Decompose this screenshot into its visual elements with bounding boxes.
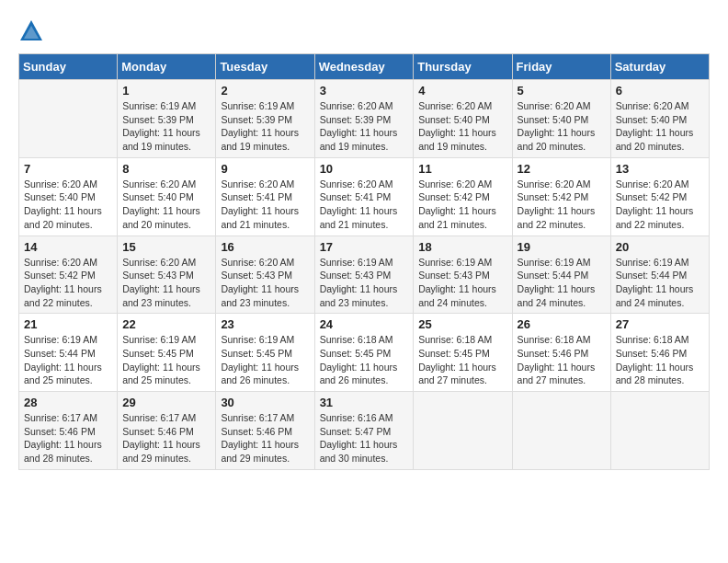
day-number: 20 [616,240,704,254]
day-info: Sunrise: 6:17 AMSunset: 5:46 PMDaylight:… [221,411,309,465]
calendar-cell: 19Sunrise: 6:19 AMSunset: 5:44 PMDayligh… [512,236,610,314]
day-number: 10 [320,162,409,176]
day-info: Sunrise: 6:20 AMSunset: 5:40 PMDaylight:… [122,178,210,232]
calendar-body: 1Sunrise: 6:19 AMSunset: 5:39 PMDaylight… [19,80,710,470]
day-info: Sunrise: 6:19 AMSunset: 5:44 PMDaylight:… [616,256,704,310]
day-number: 8 [122,162,210,176]
calendar-cell: 18Sunrise: 6:19 AMSunset: 5:43 PMDayligh… [414,236,512,314]
day-number: 26 [518,317,606,331]
calendar-cell: 20Sunrise: 6:19 AMSunset: 5:44 PMDayligh… [610,236,709,314]
calendar-cell: 25Sunrise: 6:18 AMSunset: 5:45 PMDayligh… [414,314,512,392]
calendar-cell: 17Sunrise: 6:19 AMSunset: 5:43 PMDayligh… [314,236,414,314]
day-info: Sunrise: 6:19 AMSunset: 5:39 PMDaylight:… [221,99,309,154]
day-info: Sunrise: 6:19 AMSunset: 5:44 PMDaylight:… [518,256,606,310]
day-info: Sunrise: 6:20 AMSunset: 5:40 PMDaylight:… [24,178,112,232]
day-of-week-header: Monday [118,54,216,80]
calendar-cell [512,392,610,470]
calendar-cell [19,80,118,158]
day-info: Sunrise: 6:19 AMSunset: 5:43 PMDaylight:… [320,256,409,310]
calendar-cell: 4Sunrise: 6:20 AMSunset: 5:40 PMDaylight… [414,80,512,158]
day-info: Sunrise: 6:20 AMSunset: 5:40 PMDaylight:… [518,99,606,154]
calendar-cell: 26Sunrise: 6:18 AMSunset: 5:46 PMDayligh… [512,314,610,392]
day-of-week-header: Tuesday [216,54,314,80]
day-number: 2 [221,84,309,98]
day-number: 16 [221,240,309,254]
day-info: Sunrise: 6:19 AMSunset: 5:45 PMDaylight:… [221,333,309,387]
calendar-header: SundayMondayTuesdayWednesdayThursdayFrid… [19,54,710,80]
day-info: Sunrise: 6:20 AMSunset: 5:41 PMDaylight:… [221,178,309,232]
calendar-table: SundayMondayTuesdayWednesdayThursdayFrid… [18,53,710,470]
day-number: 21 [24,317,112,331]
calendar-cell [610,392,709,470]
day-number: 22 [122,317,210,331]
day-number: 3 [320,84,409,98]
day-number: 24 [320,317,409,331]
calendar-cell: 14Sunrise: 6:20 AMSunset: 5:42 PMDayligh… [19,236,118,314]
calendar-cell: 16Sunrise: 6:20 AMSunset: 5:43 PMDayligh… [216,236,314,314]
day-number: 11 [418,162,506,176]
day-number: 13 [616,162,704,176]
day-info: Sunrise: 6:19 AMSunset: 5:45 PMDaylight:… [122,333,210,387]
day-number: 29 [122,396,210,409]
calendar-cell: 1Sunrise: 6:19 AMSunset: 5:39 PMDaylight… [118,80,216,158]
day-info: Sunrise: 6:18 AMSunset: 5:46 PMDaylight:… [518,333,606,387]
day-number: 27 [616,317,704,331]
calendar-week-row: 14Sunrise: 6:20 AMSunset: 5:42 PMDayligh… [19,236,710,314]
day-of-week-header: Thursday [414,54,512,80]
day-info: Sunrise: 6:20 AMSunset: 5:42 PMDaylight:… [518,178,606,232]
day-info: Sunrise: 6:18 AMSunset: 5:45 PMDaylight:… [320,333,409,387]
day-info: Sunrise: 6:20 AMSunset: 5:42 PMDaylight:… [616,178,704,232]
day-number: 1 [122,84,210,98]
calendar-cell: 3Sunrise: 6:20 AMSunset: 5:39 PMDaylight… [314,80,414,158]
day-of-week-header: Sunday [19,54,118,80]
day-info: Sunrise: 6:20 AMSunset: 5:43 PMDaylight:… [221,256,309,310]
day-number: 5 [518,84,606,98]
day-info: Sunrise: 6:16 AMSunset: 5:47 PMDaylight:… [320,411,409,465]
day-number: 12 [518,162,606,176]
day-number: 9 [221,162,309,176]
calendar-week-row: 7Sunrise: 6:20 AMSunset: 5:40 PMDaylight… [19,157,710,236]
day-number: 18 [418,240,506,254]
calendar-cell: 22Sunrise: 6:19 AMSunset: 5:45 PMDayligh… [118,314,216,392]
day-of-week-header: Wednesday [314,54,414,80]
calendar-cell: 23Sunrise: 6:19 AMSunset: 5:45 PMDayligh… [216,314,314,392]
calendar-cell: 6Sunrise: 6:20 AMSunset: 5:40 PMDaylight… [610,80,709,158]
calendar-cell [414,392,512,470]
calendar-cell: 27Sunrise: 6:18 AMSunset: 5:46 PMDayligh… [610,314,709,392]
day-number: 4 [418,84,506,98]
day-of-week-header: Friday [512,54,610,80]
days-of-week-row: SundayMondayTuesdayWednesdayThursdayFrid… [19,54,710,80]
calendar-cell: 2Sunrise: 6:19 AMSunset: 5:39 PMDaylight… [216,80,314,158]
calendar-cell: 11Sunrise: 6:20 AMSunset: 5:42 PMDayligh… [414,157,512,236]
day-info: Sunrise: 6:19 AMSunset: 5:39 PMDaylight:… [122,99,210,154]
logo [18,18,48,44]
day-info: Sunrise: 6:19 AMSunset: 5:43 PMDaylight:… [418,256,506,310]
calendar-cell: 31Sunrise: 6:16 AMSunset: 5:47 PMDayligh… [314,392,414,470]
day-number: 23 [221,317,309,331]
day-number: 25 [418,317,506,331]
day-number: 15 [122,240,210,254]
calendar-cell: 5Sunrise: 6:20 AMSunset: 5:40 PMDaylight… [512,80,610,158]
calendar-cell: 29Sunrise: 6:17 AMSunset: 5:46 PMDayligh… [118,392,216,470]
calendar-cell: 21Sunrise: 6:19 AMSunset: 5:44 PMDayligh… [19,314,118,392]
calendar-cell: 24Sunrise: 6:18 AMSunset: 5:45 PMDayligh… [314,314,414,392]
day-number: 30 [221,396,309,409]
calendar-cell: 13Sunrise: 6:20 AMSunset: 5:42 PMDayligh… [610,157,709,236]
day-number: 7 [24,162,112,176]
calendar-week-row: 28Sunrise: 6:17 AMSunset: 5:46 PMDayligh… [19,392,710,470]
day-info: Sunrise: 6:18 AMSunset: 5:45 PMDaylight:… [418,333,506,387]
day-number: 19 [518,240,606,254]
day-number: 14 [24,240,112,254]
day-info: Sunrise: 6:20 AMSunset: 5:42 PMDaylight:… [24,256,112,310]
calendar-cell: 15Sunrise: 6:20 AMSunset: 5:43 PMDayligh… [118,236,216,314]
day-info: Sunrise: 6:17 AMSunset: 5:46 PMDaylight:… [24,411,112,465]
day-number: 28 [24,396,112,409]
header [18,18,710,44]
day-info: Sunrise: 6:20 AMSunset: 5:43 PMDaylight:… [122,256,210,310]
day-info: Sunrise: 6:20 AMSunset: 5:41 PMDaylight:… [320,178,409,232]
calendar-cell: 9Sunrise: 6:20 AMSunset: 5:41 PMDaylight… [216,157,314,236]
calendar-cell: 30Sunrise: 6:17 AMSunset: 5:46 PMDayligh… [216,392,314,470]
calendar-cell: 7Sunrise: 6:20 AMSunset: 5:40 PMDaylight… [19,157,118,236]
day-info: Sunrise: 6:20 AMSunset: 5:42 PMDaylight:… [418,178,506,232]
calendar-week-row: 21Sunrise: 6:19 AMSunset: 5:44 PMDayligh… [19,314,710,392]
